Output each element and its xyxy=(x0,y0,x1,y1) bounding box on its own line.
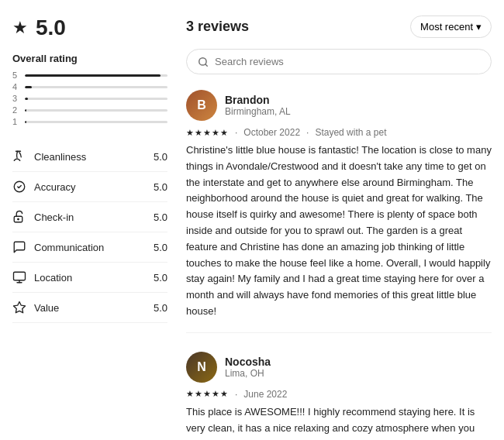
review-tag: Stayed with a pet xyxy=(315,127,386,138)
bar-row: 4 xyxy=(12,82,167,91)
svg-marker-8 xyxy=(14,302,26,313)
bar-track xyxy=(25,86,167,88)
bar-track xyxy=(25,121,167,123)
category-name: Communication xyxy=(34,242,104,253)
bar-row: 3 xyxy=(12,94,167,103)
checkin-icon xyxy=(12,210,26,224)
communication-icon xyxy=(12,240,26,254)
reviewer-location: Birmingham, AL xyxy=(225,106,291,117)
reviewer-location: Lima, OH xyxy=(225,368,271,379)
category-score: 5.0 xyxy=(154,272,167,284)
category-name: Accuracy xyxy=(34,181,75,193)
svg-line-10 xyxy=(205,64,208,66)
review-text: Christine's little blue house is fantast… xyxy=(186,143,492,320)
bar-label: 5 xyxy=(12,70,20,80)
bar-track xyxy=(25,74,167,77)
review-text: This place is AWESOME!!! I highly recomm… xyxy=(186,404,492,440)
chevron-down-icon: ▾ xyxy=(476,21,482,33)
bar-row: 1 xyxy=(12,117,167,126)
category-left: Cleanliness xyxy=(12,150,86,163)
overall-label: Overall rating xyxy=(12,53,167,64)
category-score: 5.0 xyxy=(154,151,167,163)
reviews-container: B Brandon Birmingham, AL ★★★★★ · October… xyxy=(186,90,492,440)
review-date: June 2022 xyxy=(243,389,287,400)
cleanliness-icon xyxy=(12,150,26,163)
bar-label: 3 xyxy=(12,94,20,103)
reviewer-header: B Brandon Birmingham, AL xyxy=(186,90,492,121)
bar-label: 2 xyxy=(12,105,20,115)
category-score: 5.0 xyxy=(154,302,167,314)
category-left: Accuracy xyxy=(12,180,75,194)
bar-row: 5 xyxy=(12,70,167,80)
review-date: October 2022 xyxy=(243,127,300,138)
category-name: Value xyxy=(34,302,59,314)
bar-track xyxy=(25,98,167,100)
bar-fill xyxy=(25,98,28,100)
divider xyxy=(186,332,492,333)
review-stars: ★★★★★ xyxy=(186,128,229,138)
review-item: N Nocosha Lima, OH ★★★★★ · June 2022 Thi… xyxy=(186,352,492,440)
reviewer-name: Nocosha xyxy=(225,356,271,368)
category-item-cleanliness: Cleanliness 5.0 xyxy=(12,142,167,172)
review-meta: ★★★★★ · October 2022 ·Stayed with a pet xyxy=(186,127,492,138)
search-icon xyxy=(198,57,209,67)
bar-fill xyxy=(25,109,26,112)
right-panel: 3 reviews Most recent ▾ B Brandon Birmin… xyxy=(186,15,492,440)
sort-button[interactable]: Most recent ▾ xyxy=(410,15,492,38)
reviews-title: 3 reviews xyxy=(186,19,249,35)
accuracy-icon xyxy=(12,180,26,194)
category-left: Check-in xyxy=(12,210,74,224)
review-stars: ★★★★★ xyxy=(186,389,229,399)
category-left: Communication xyxy=(12,240,104,254)
bar-fill xyxy=(25,74,161,77)
left-panel: ★ 5.0 Overall rating 5 4 3 2 1 Cleanl xyxy=(12,15,167,440)
location-icon xyxy=(12,270,26,284)
reviewer-header: N Nocosha Lima, OH xyxy=(186,352,492,383)
big-score: 5.0 xyxy=(36,15,66,40)
category-score: 5.0 xyxy=(154,211,167,223)
category-item-communication: Communication 5.0 xyxy=(12,232,167,263)
review-meta: ★★★★★ · June 2022 xyxy=(186,389,492,400)
bar-row: 2 xyxy=(12,105,167,115)
value-icon xyxy=(12,301,26,315)
bar-fill xyxy=(25,121,26,123)
bar-label: 1 xyxy=(12,117,20,126)
category-left: Value xyxy=(12,301,59,315)
overall-rating: ★ 5.0 xyxy=(12,15,167,40)
star-icon: ★ xyxy=(12,18,28,38)
category-name: Location xyxy=(34,272,72,284)
sort-label: Most recent xyxy=(420,21,473,33)
bar-track xyxy=(25,109,167,112)
svg-point-4 xyxy=(18,218,19,220)
category-item-location: Location 5.0 xyxy=(12,263,167,293)
svg-rect-5 xyxy=(14,272,26,280)
category-score: 5.0 xyxy=(154,242,167,253)
rating-bars: 5 4 3 2 1 xyxy=(12,70,167,126)
category-left: Location xyxy=(12,270,72,284)
reviewer-name: Brandon xyxy=(225,94,291,106)
category-item-accuracy: Accuracy 5.0 xyxy=(12,172,167,202)
search-input[interactable] xyxy=(215,56,480,67)
bar-fill xyxy=(25,86,32,88)
category-name: Cleanliness xyxy=(34,151,86,163)
category-list: Cleanliness 5.0 Accuracy 5.0 Check-in 5.… xyxy=(12,142,167,323)
avatar: N xyxy=(186,352,217,383)
reviews-header: 3 reviews Most recent ▾ xyxy=(186,15,492,38)
category-name: Check-in xyxy=(34,211,74,223)
avatar: B xyxy=(186,90,217,121)
category-item-value: Value 5.0 xyxy=(12,293,167,323)
review-item: B Brandon Birmingham, AL ★★★★★ · October… xyxy=(186,90,492,333)
search-bar xyxy=(186,49,492,74)
bar-label: 4 xyxy=(12,82,20,91)
category-score: 5.0 xyxy=(154,181,167,193)
category-item-checkin: Check-in 5.0 xyxy=(12,202,167,232)
